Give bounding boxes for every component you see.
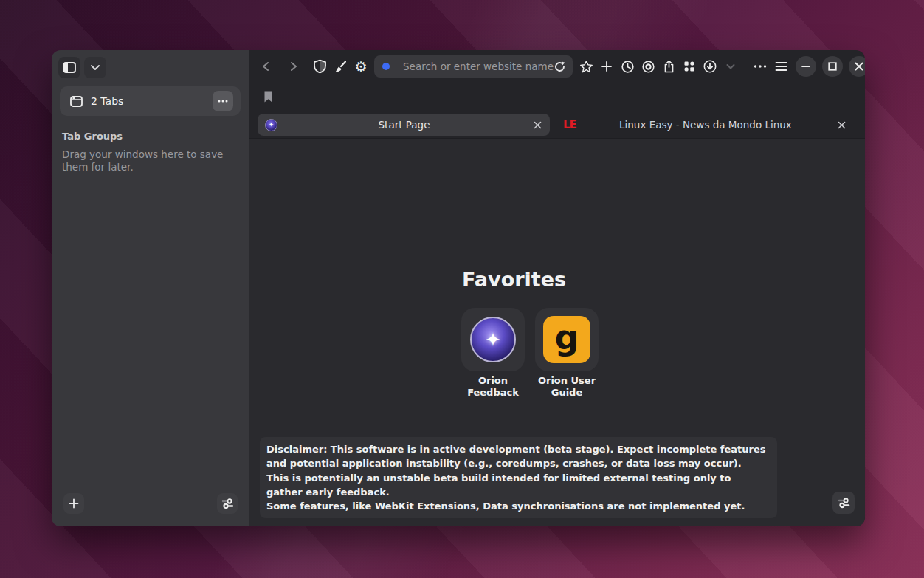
favorite-label: Orion User Guide <box>525 375 608 399</box>
tabs-row-menu-button[interactable] <box>213 91 233 111</box>
orion-user-guide-icon: g <box>543 316 590 363</box>
toolbar: ⚙ <box>249 50 865 83</box>
beta-disclaimer: Disclaimer: This software is in active d… <box>260 437 777 518</box>
shield-button[interactable] <box>309 56 330 77</box>
tab-groups-hint: Drag your windows here to save them for … <box>62 148 232 173</box>
history-button[interactable] <box>617 56 638 77</box>
sidebar: 2 Tabs Tab Groups Drag your windows here… <box>52 50 249 526</box>
toolbar-overflow-chevron[interactable] <box>720 56 741 77</box>
favorite-orion-feedback[interactable]: ✦ Orion Feedback <box>461 308 525 399</box>
forward-button[interactable] <box>283 56 303 77</box>
download-icon <box>703 59 717 74</box>
brush-icon <box>334 60 348 74</box>
minimize-icon <box>801 65 810 68</box>
privacy-dot-icon <box>382 63 390 70</box>
bookmark-icon[interactable] <box>263 90 274 103</box>
reload-button[interactable] <box>554 61 566 73</box>
favorite-tile: g <box>535 308 599 371</box>
chevron-left-icon <box>260 60 273 73</box>
browser-window: 2 Tabs Tab Groups Drag your windows here… <box>52 50 865 526</box>
sidebar-toggle-button[interactable] <box>58 57 80 78</box>
disclaimer-line: gather early feedback. <box>266 485 770 499</box>
sidebar-dropdown-button[interactable] <box>84 57 106 78</box>
tab-bar: ✦ Start Page LE Linux Easy - News da Mon… <box>249 111 865 139</box>
tab-start-page[interactable]: ✦ Start Page <box>258 114 550 136</box>
tab-title: Start Page <box>277 119 531 131</box>
close-tab-button[interactable] <box>531 118 544 131</box>
sidebar-panel-icon <box>63 62 76 73</box>
chevron-down-icon <box>90 64 100 71</box>
new-tab-button[interactable] <box>596 56 617 77</box>
sidebar-settings-button[interactable] <box>217 493 238 514</box>
window-tabs-icon <box>70 96 83 107</box>
ellipsis-icon <box>218 100 228 103</box>
app-menu-button[interactable] <box>770 56 791 77</box>
grid-icon <box>683 60 696 73</box>
star-icon <box>579 60 593 74</box>
orion-star-icon: ✦ <box>485 330 501 349</box>
close-icon <box>855 62 863 71</box>
ellipsis-icon <box>754 65 767 68</box>
clock-icon <box>621 60 635 74</box>
settings-button[interactable]: ⚙ <box>351 56 371 77</box>
tune-sliders-icon <box>221 498 234 509</box>
favorite-orion-user-guide[interactable]: g Orion User Guide <box>535 308 599 399</box>
back-button[interactable] <box>256 56 277 77</box>
reload-icon <box>554 61 566 73</box>
page-settings-button[interactable] <box>832 492 855 514</box>
disclaimer-line: Some features, like WebKit Extensions, D… <box>266 499 770 513</box>
minimize-button[interactable] <box>796 56 816 77</box>
maximize-icon <box>828 62 837 71</box>
favorite-tile: ✦ <box>461 308 525 371</box>
tab-title: Linux Easy - News da Mondo Linux <box>576 119 835 131</box>
close-window-button[interactable] <box>849 56 865 77</box>
url-bar[interactable] <box>374 55 573 78</box>
extensions-button[interactable] <box>679 56 700 77</box>
hamburger-menu-icon <box>775 61 787 72</box>
chevron-down-icon <box>725 61 737 72</box>
url-bar-separator <box>396 61 396 72</box>
maximize-button[interactable] <box>822 56 843 77</box>
plus-icon <box>601 61 613 72</box>
favorites-grid: ✦ Orion Feedback g Orion User Guide <box>461 308 599 399</box>
chevron-right-icon <box>286 60 300 73</box>
focus-mode-button[interactable] <box>638 56 658 77</box>
close-icon <box>838 121 846 129</box>
orion-star-icon: ✦ <box>269 122 275 128</box>
tab-linux-easy[interactable]: LE Linux Easy - News da Mondo Linux <box>556 114 854 136</box>
more-options-button[interactable] <box>750 56 770 77</box>
favorite-label: Orion Feedback <box>452 375 534 399</box>
share-button[interactable] <box>658 56 679 77</box>
new-tab-group-button[interactable] <box>63 493 84 514</box>
linux-easy-favicon: LE <box>563 118 576 131</box>
target-icon <box>641 60 655 74</box>
share-icon <box>662 60 676 74</box>
downloads-button[interactable] <box>700 56 720 77</box>
tune-sliders-icon <box>838 497 850 509</box>
orion-favicon: ✦ <box>265 119 277 131</box>
start-page-content: Favorites ✦ Orion Feedback g <box>249 139 865 526</box>
disclaimer-line: This is potentially an unstable beta bui… <box>266 471 770 485</box>
disclaimer-line: and potential application instability (e… <box>266 456 770 470</box>
plus-icon <box>69 498 79 509</box>
favorites-heading: Favorites <box>462 268 566 291</box>
bookmarks-bar <box>249 83 865 111</box>
sidebar-item-tabs[interactable]: 2 Tabs <box>60 86 241 116</box>
disclaimer-line: Disclaimer: This software is in active d… <box>266 442 770 456</box>
guide-letter: g <box>555 320 579 354</box>
main-pane: ⚙ <box>249 50 865 526</box>
close-icon <box>534 121 542 129</box>
tabs-count-label: 2 Tabs <box>91 95 213 107</box>
orion-feedback-icon: ✦ <box>470 317 516 362</box>
bookmark-page-button[interactable] <box>576 56 596 77</box>
gear-icon: ⚙ <box>354 60 367 74</box>
url-input[interactable] <box>403 61 554 72</box>
close-tab-button[interactable] <box>835 118 848 131</box>
shield-icon <box>313 59 327 74</box>
clean-brush-button[interactable] <box>330 56 351 77</box>
tab-groups-heading: Tab Groups <box>62 131 123 142</box>
